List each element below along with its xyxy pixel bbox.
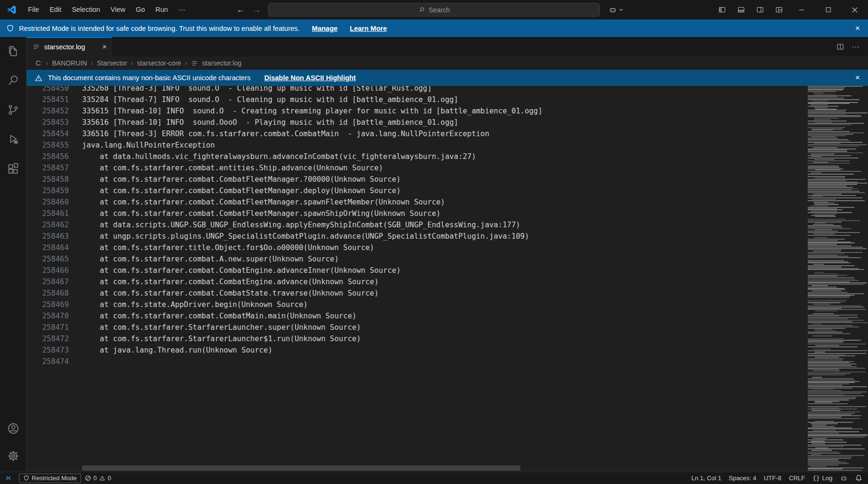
menu-go[interactable]: Go: [130, 0, 150, 19]
log-line[interactable]: 258459 at com.fs.starfarer.combat.Combat…: [27, 185, 802, 196]
minimize-button[interactable]: [788, 0, 815, 19]
horizontal-scrollbar[interactable]: [82, 465, 799, 471]
remote-indicator[interactable]: [0, 472, 17, 484]
line-number[interactable]: 258451: [27, 94, 69, 105]
menubar-overflow[interactable]: ···: [173, 0, 191, 19]
log-line[interactable]: 258474: [27, 356, 802, 367]
line-number[interactable]: 258452: [27, 105, 69, 117]
line-number[interactable]: 258472: [27, 333, 69, 344]
search-sidebar-icon[interactable]: [2, 68, 25, 92]
learn-more-link[interactable]: Learn More: [350, 25, 387, 32]
eol-status[interactable]: CRLF: [785, 472, 809, 484]
line-number[interactable]: 258462: [27, 219, 69, 231]
log-line[interactable]: 258463 at ungp.scripts.plugins.UNGP_Spec…: [27, 231, 802, 242]
breadcrumb-item[interactable]: BANORUIN: [52, 59, 87, 67]
maximize-button[interactable]: [815, 0, 841, 19]
encoding-status[interactable]: UTF-8: [760, 472, 785, 484]
notification-close-icon[interactable]: ×: [855, 73, 860, 83]
log-line[interactable]: 258471 at com.fs.starfarer.StarfarerLaun…: [27, 322, 802, 333]
split-editor-icon[interactable]: [836, 43, 844, 51]
banner-close-icon[interactable]: ×: [855, 24, 860, 33]
breadcrumb-item[interactable]: starsector.log: [202, 59, 241, 67]
copilot-button[interactable]: [606, 3, 627, 17]
log-line[interactable]: 258456 at data.hullmods.vic_fighteralway…: [27, 151, 802, 162]
horizontal-scrollbar-slider[interactable]: [82, 465, 520, 471]
log-line[interactable]: 258468 at com.fs.starfarer.combat.Combat…: [27, 288, 802, 299]
log-line[interactable]: 258472 at com.fs.starfarer.StarfarerLaun…: [27, 333, 802, 344]
log-line[interactable]: 258462 at data.scripts.UNGP.SGB_UNGP_End…: [27, 219, 802, 231]
cursor-position-status[interactable]: Ln 1, Col 1: [688, 472, 725, 484]
log-line[interactable]: 258470 at com.fs.starfarer.combat.Combat…: [27, 310, 802, 322]
line-number[interactable]: 258458: [27, 174, 69, 185]
minimap[interactable]: [807, 86, 868, 472]
log-line[interactable]: 258455java.lang.NullPointerException: [27, 140, 802, 151]
line-number[interactable]: 258469: [27, 299, 69, 310]
notifications-status[interactable]: [851, 472, 868, 484]
tab-starsector-log[interactable]: starsector.log ×: [27, 37, 112, 56]
log-line[interactable]: 258460 at com.fs.starfarer.combat.Combat…: [27, 196, 802, 208]
toggle-panel-icon[interactable]: [733, 3, 748, 17]
line-number[interactable]: 258474: [27, 356, 69, 367]
log-line[interactable]: 258457 at com.fs.starfarer.combat.entiti…: [27, 162, 802, 174]
log-line[interactable]: 258452335615 [Thread-10] INFO sound.O - …: [27, 105, 802, 117]
log-line[interactable]: 258451335284 [Thread-7] INFO sound.O - C…: [27, 94, 802, 105]
customize-layout-icon[interactable]: [771, 3, 786, 17]
extensions-icon[interactable]: [2, 157, 25, 180]
tab-close-icon[interactable]: ×: [102, 43, 107, 51]
line-number[interactable]: 258466: [27, 265, 69, 276]
log-line[interactable]: 258454336516 [Thread-3] ERROR com.fs.sta…: [27, 128, 802, 140]
disable-non-ascii-link[interactable]: Disable Non ASCII Highlight: [264, 74, 356, 82]
line-number[interactable]: 258471: [27, 322, 69, 333]
log-content[interactable]: 258450335268 [Thread-3] INFO sound.O - C…: [27, 86, 802, 367]
line-number[interactable]: 258450: [27, 86, 69, 94]
line-number[interactable]: 258457: [27, 162, 69, 174]
breadcrumb-item[interactable]: C:: [36, 59, 42, 67]
problems-status[interactable]: 0 0: [81, 472, 115, 484]
line-number[interactable]: 258456: [27, 151, 69, 162]
line-number[interactable]: 258459: [27, 185, 69, 196]
go-forward-button[interactable]: →: [252, 5, 261, 15]
editor-pane[interactable]: 258450335268 [Thread-3] INFO sound.O - C…: [27, 86, 868, 472]
log-line[interactable]: 258473 at java.lang.Thread.run(Unknown S…: [27, 344, 802, 356]
copilot-status[interactable]: [836, 472, 851, 484]
log-line[interactable]: 258458 at com.fs.starfarer.combat.Combat…: [27, 174, 802, 185]
log-line[interactable]: 258467 at com.fs.starfarer.combat.Combat…: [27, 276, 802, 288]
toggle-secondary-sidebar-icon[interactable]: [752, 3, 767, 17]
language-mode-status[interactable]: {} Log: [809, 472, 836, 484]
line-number[interactable]: 258464: [27, 242, 69, 253]
line-number[interactable]: 258470: [27, 310, 69, 322]
explorer-icon[interactable]: [2, 39, 25, 63]
log-line[interactable]: 258461 at com.fs.starfarer.combat.Combat…: [27, 208, 802, 219]
manage-link[interactable]: Manage: [312, 25, 338, 32]
menu-view[interactable]: View: [105, 0, 130, 19]
log-line[interactable]: 258450335268 [Thread-3] INFO sound.O - C…: [27, 86, 802, 94]
restricted-mode-status[interactable]: Restricted Mode: [19, 474, 81, 483]
log-line[interactable]: 258464 at com.fs.starfarer.title.Object.…: [27, 242, 802, 253]
source-control-icon[interactable]: [2, 98, 25, 121]
line-number[interactable]: 258455: [27, 140, 69, 151]
breadcrumb-item[interactable]: Starsector: [97, 59, 127, 67]
indentation-status[interactable]: Spaces: 4: [725, 472, 760, 484]
toggle-primary-sidebar-icon[interactable]: [714, 3, 729, 17]
command-center-search[interactable]: Search: [268, 3, 600, 17]
line-number[interactable]: 258453: [27, 117, 69, 128]
log-line[interactable]: 258465 at com.fs.starfarer.combat.A.new.…: [27, 253, 802, 265]
run-debug-icon[interactable]: [2, 127, 25, 151]
menu-file[interactable]: File: [23, 0, 44, 19]
log-line[interactable]: 258453335616 [Thread-10] INFO sound.OooO…: [27, 117, 802, 128]
log-line[interactable]: 258469 at com.fs.state.AppDriver.begin(U…: [27, 299, 802, 310]
more-actions-icon[interactable]: ···: [852, 43, 859, 51]
menu-selection[interactable]: Selection: [66, 0, 105, 19]
line-number[interactable]: 258468: [27, 288, 69, 299]
close-window-button[interactable]: [841, 0, 868, 19]
line-number[interactable]: 258463: [27, 231, 69, 242]
line-number[interactable]: 258461: [27, 208, 69, 219]
account-icon[interactable]: [2, 417, 25, 440]
menu-run[interactable]: Run: [150, 0, 174, 19]
breadcrumb-item[interactable]: starsector-core: [137, 59, 181, 67]
settings-gear-icon[interactable]: [2, 444, 25, 468]
line-number[interactable]: 258460: [27, 196, 69, 208]
log-line[interactable]: 258466 at com.fs.starfarer.combat.Combat…: [27, 265, 802, 276]
go-back-button[interactable]: ←: [236, 5, 245, 15]
line-number[interactable]: 258465: [27, 253, 69, 265]
